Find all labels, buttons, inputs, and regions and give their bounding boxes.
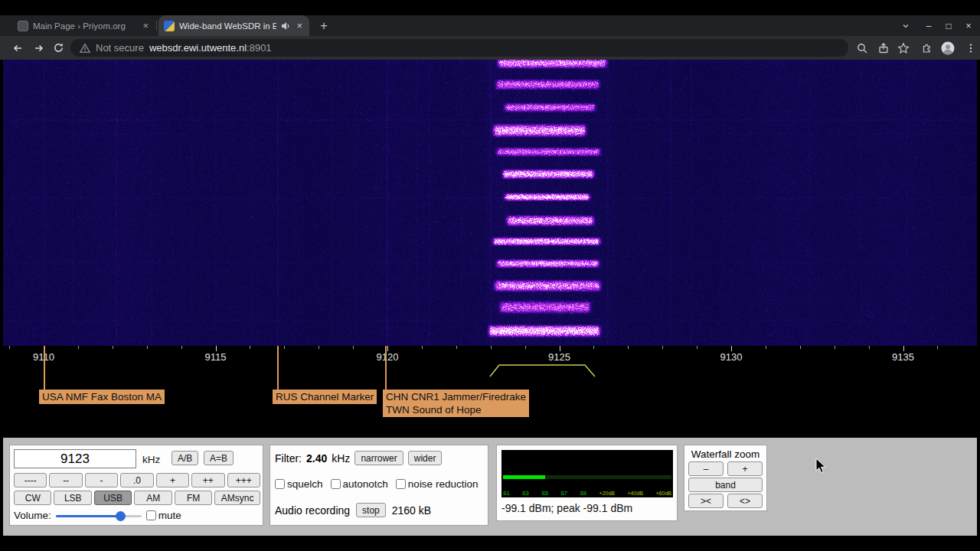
step-up-medium-button[interactable]: ++ [191, 473, 224, 487]
filter-row: Filter: 2.40 kHz narrower wider [275, 451, 442, 465]
squelch-label: squelch [287, 478, 323, 490]
autonotch-checkbox[interactable] [331, 479, 341, 489]
meter-scale-label: S5 [541, 491, 548, 496]
meter-scale: S1S3S5S7S9+20dB+40dB+60dB [503, 491, 671, 496]
meter-scale-label: +60dB [656, 491, 671, 496]
frequency-unit-label: kHz [142, 454, 160, 465]
volume-label: Volume: [14, 510, 51, 521]
meter-scale-label: S7 [560, 491, 567, 496]
recording-size: 2160 kB [392, 504, 431, 517]
autonotch-label: autonotch [343, 478, 388, 490]
mode-fm-button[interactable]: FM [175, 491, 212, 505]
mode-cw-button[interactable]: CW [14, 491, 51, 505]
zoom-out-button[interactable]: – [688, 461, 724, 476]
filter-value: 2.40 [306, 452, 327, 465]
station-label[interactable]: USA NMF Fax Boston MA [39, 390, 165, 404]
filter-box: Filter: 2.40 kHz narrower wider squelch … [270, 445, 488, 526]
noise-reduction-label: noise reduction [408, 478, 479, 490]
frequency-step-row: ---- -- - .0 + ++ +++ [14, 473, 260, 487]
meter-scale-label: S1 [503, 491, 510, 496]
mode-usb-button[interactable]: USB [94, 491, 132, 505]
volume-row: Volume: mute [14, 510, 260, 521]
noise-reduction-checkbox[interactable] [396, 479, 406, 489]
step-up-small-button[interactable]: + [156, 473, 189, 487]
zoom-band-button[interactable]: band [688, 478, 763, 492]
filter-unit: kHz [332, 452, 350, 465]
mode-row: CW LSB USB AM FM AMsync [14, 491, 260, 505]
mute-control[interactable]: mute [146, 510, 181, 521]
frequency-box: kHz A/B A=B ---- -- - .0 + ++ +++ CW LSB… [9, 445, 263, 526]
letterbox-bottom [0, 536, 980, 551]
mute-checkbox[interactable] [146, 510, 156, 520]
autonotch-control[interactable]: autonotch [331, 478, 388, 490]
station-connector-line [385, 346, 387, 390]
mode-am-button[interactable]: AM [134, 491, 172, 505]
noise-reduction-control[interactable]: noise reduction [396, 478, 479, 490]
a-equals-b-button[interactable]: A=B [204, 451, 234, 465]
audio-recording-label: Audio recording [275, 504, 350, 517]
meter-scale-label: +40dB [628, 491, 643, 496]
screen: Main Page › Priyom.org × Wide-band WebSD… [0, 0, 980, 551]
squelch-control[interactable]: squelch [275, 478, 323, 490]
control-panel: kHz A/B A=B ---- -- - .0 + ++ +++ CW LSB… [3, 438, 977, 536]
station-overlay: USA NMF Fax Boston MARUS Channel MarkerC… [0, 0, 980, 429]
mute-label: mute [158, 510, 181, 521]
station-label[interactable]: RUS Channel Marker [273, 390, 377, 404]
step-up-large-button[interactable]: +++ [227, 473, 260, 487]
ab-swap-button[interactable]: A/B [172, 451, 198, 465]
mode-amsync-button[interactable]: AMsync [214, 491, 260, 505]
station-connector-line [277, 346, 279, 390]
volume-fill [56, 515, 120, 517]
narrower-button[interactable]: narrower [354, 451, 403, 465]
meter-scale-label: S9 [580, 491, 586, 496]
mode-lsb-button[interactable]: LSB [54, 491, 91, 505]
stop-recording-button[interactable]: stop [356, 503, 386, 517]
waterfall-zoom-title: Waterfall zoom [684, 448, 766, 460]
squelch-checkbox[interactable] [275, 479, 285, 489]
meter-scale-label: +20dB [599, 491, 615, 496]
volume-thumb[interactable] [116, 511, 126, 521]
s-meter-bar [503, 475, 545, 479]
step-down-medium-button[interactable]: -- [49, 473, 82, 487]
meter-scale-label: S3 [522, 491, 529, 496]
zoom-narrow-button[interactable]: >< [688, 494, 724, 508]
signal-meter-box: S1S3S5S7S9+20dB+40dB+60dB -99.1 dBm; pea… [496, 445, 678, 521]
dsp-options-row: squelch autonotch noise reduction [275, 478, 478, 490]
volume-slider[interactable] [56, 510, 142, 521]
wider-button[interactable]: wider [408, 451, 443, 465]
station-connector-line [44, 346, 45, 390]
meter-reading: -99.1 dBm; peak -99.1 dBm [501, 502, 632, 514]
station-label[interactable]: CHN CNR1 Jammer/FiredrakeTWN Sound of Ho… [383, 390, 529, 417]
filter-label: Filter: [275, 452, 302, 465]
step-down-small-button[interactable]: - [85, 473, 118, 487]
zoom-widen-button[interactable]: <> [727, 494, 763, 508]
waterfall-zoom-box: Waterfall zoom – + band >< <> [684, 445, 767, 511]
zoom-in-button[interactable]: + [727, 461, 763, 476]
frequency-input[interactable] [14, 449, 136, 468]
step-down-large-button[interactable]: ---- [14, 473, 47, 487]
recording-row: Audio recording stop 2160 kB [275, 503, 431, 517]
round-frequency-button[interactable]: .0 [120, 473, 153, 487]
s-meter: S1S3S5S7S9+20dB+40dB+60dB [501, 450, 673, 497]
